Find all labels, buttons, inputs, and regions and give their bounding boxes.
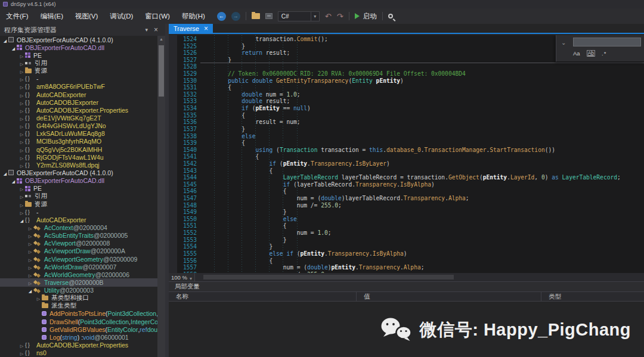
tab-close-icon[interactable]	[204, 25, 208, 32]
expander-icon[interactable]	[18, 99, 25, 106]
tree-scrollbar-thumb[interactable]	[159, 45, 164, 97]
expander-icon[interactable]	[18, 91, 25, 98]
tree-row[interactable]: AcViewport @02000008	[0, 240, 157, 247]
expander-icon[interactable]	[27, 232, 33, 239]
navigate-back-button[interactable]	[217, 12, 226, 21]
menu-item[interactable]: 视图(V)	[69, 10, 104, 23]
tree-row[interactable]: AutoCADOBJExporter.Properties	[0, 341, 157, 349]
tree-row[interactable]: AddPointsToPtsLine(Point3dCollection,	[0, 310, 157, 318]
expander-icon[interactable]	[18, 342, 25, 349]
expander-icon[interactable]	[2, 36, 8, 44]
menu-item[interactable]: 帮助(H)	[176, 10, 211, 23]
tree-row[interactable]: -	[0, 208, 157, 216]
undo-button[interactable]	[325, 11, 332, 21]
open-file-button[interactable]	[252, 13, 260, 19]
horizontal-scrollbar[interactable]	[194, 273, 644, 281]
horizontal-scrollbar-thumb[interactable]	[203, 275, 454, 280]
tree-row[interactable]: -	[0, 75, 157, 83]
tree-scrollbar[interactable]	[157, 36, 165, 357]
locals-table-body[interactable]: 微信号: Happy_PigChang	[169, 302, 644, 357]
expander-icon[interactable]	[10, 44, 17, 51]
chevron-down-icon[interactable]	[311, 12, 319, 21]
regex-icon[interactable]: .*	[602, 51, 606, 57]
expander-icon[interactable]	[35, 294, 42, 302]
assembly-tree[interactable]: OBJExporterForAutoCAD (4.1.0.0)OBJExport…	[0, 36, 157, 357]
tree-row[interactable]: am8A8OGF6riPUEbTwF	[0, 83, 157, 91]
tree-row[interactable]: Utility @02000003	[0, 287, 157, 294]
expander-icon[interactable]	[27, 287, 33, 294]
expander-icon[interactable]	[18, 162, 25, 169]
tree-row[interactable]: ns0	[0, 349, 157, 357]
expander-icon[interactable]	[18, 185, 25, 192]
locals-column-header[interactable]: 名称	[169, 292, 357, 301]
tree-row[interactable]: Y2rmZLS08Ws8fLdpqj	[0, 161, 157, 169]
title-bar[interactable]: dnSpy v4.5.1 (x64)	[0, 0, 644, 8]
expander-icon[interactable]	[27, 279, 33, 286]
expander-icon[interactable]	[18, 154, 25, 161]
expander-icon[interactable]	[18, 83, 25, 90]
tree-row[interactable]: AutoCADExporter	[0, 91, 157, 98]
start-debugging-button[interactable]: 启动	[355, 12, 377, 21]
tree-row[interactable]: AcViewportGeometry @02000009	[0, 255, 157, 263]
tree-row[interactable]: LxkSADrLuWuMEAq8g8	[0, 130, 157, 138]
menu-item[interactable]: 窗口(W)	[139, 10, 176, 23]
expander-icon[interactable]	[18, 138, 25, 145]
language-selector[interactable]: C#	[278, 11, 320, 21]
expander-icon[interactable]	[18, 60, 25, 67]
menu-item[interactable]: 调试(D)	[104, 10, 139, 23]
expander-icon[interactable]	[18, 114, 25, 122]
tree-row[interactable]: MClBus3ghfyrhRAqMO	[0, 138, 157, 145]
tree-row[interactable]: qQ5gVvj5c2B0KAlMHH	[0, 145, 157, 153]
expander-icon[interactable]	[18, 67, 25, 74]
tree-row[interactable]: AcContext @02000004	[0, 223, 157, 231]
tree-row[interactable]: 资源	[0, 67, 157, 75]
expander-icon[interactable]	[27, 247, 33, 254]
expander-icon[interactable]	[27, 271, 33, 278]
navigate-forward-button[interactable]	[231, 12, 240, 21]
menu-item[interactable]: 编辑(E)	[35, 10, 69, 23]
tree-row[interactable]: AutoCADOBJExporter	[0, 98, 157, 106]
whole-word-icon[interactable]: Ab	[587, 50, 595, 57]
tree-row[interactable]: OBJExporterForAutoCAD (4.1.0.0)	[0, 36, 157, 44]
expander-icon[interactable]	[27, 263, 33, 271]
code-editor[interactable]: 1524 transaction.Commit();1525 }1526 ret…	[169, 35, 644, 273]
panel-close-icon[interactable]	[151, 26, 161, 34]
expander-icon[interactable]	[18, 122, 25, 129]
expander-icon[interactable]	[18, 75, 25, 82]
tree-row[interactable]: 派生类型	[0, 302, 157, 310]
scroll-up-icon[interactable]	[157, 37, 165, 41]
menu-item[interactable]: 文件(F)	[0, 10, 35, 23]
locals-column-header[interactable]: 值	[357, 292, 541, 301]
tree-row[interactable]: 基类型和接口	[0, 294, 157, 302]
tree-row[interactable]: RjGODjFTsV4awL1W4u	[0, 153, 157, 161]
tree-row[interactable]: PE	[0, 51, 157, 59]
expander-icon[interactable]	[18, 193, 25, 200]
tree-row[interactable]: Traverse @0200000B	[0, 278, 157, 286]
tree-row[interactable]: 资源	[0, 200, 157, 208]
tree-row[interactable]: AutoCADOBJExporter.Properties	[0, 106, 157, 114]
tab-traverse[interactable]: Traverse	[169, 24, 213, 33]
tree-row[interactable]: G4t4vGHSWvLdUgYJNo	[0, 122, 157, 130]
tree-row[interactable]: OBJExporterForAutoCAD.dll	[0, 44, 157, 51]
expander-icon[interactable]	[27, 224, 33, 231]
tree-row[interactable]: AcSubEntityTraits @02000005	[0, 232, 157, 240]
expander-icon[interactable]	[10, 177, 17, 184]
panel-menu-icon[interactable]	[142, 27, 151, 33]
tree-row[interactable]: AutoCADExporter	[0, 216, 157, 223]
expander-icon[interactable]	[18, 146, 25, 153]
tree-row[interactable]: 引用	[0, 59, 157, 67]
save-all-button[interactable]	[265, 13, 273, 19]
expander-icon[interactable]	[18, 209, 25, 216]
tree-row[interactable]: DrawShell(Point3dCollection, IntegerCo	[0, 318, 157, 325]
tree-row[interactable]: GetValidRGBValues(EntityColor, ref dou	[0, 325, 157, 333]
expander-icon[interactable]	[27, 240, 33, 247]
tree-row[interactable]: AcWorldDraw @02000007	[0, 263, 157, 271]
locals-column-header[interactable]: 类型	[541, 292, 644, 301]
chevron-down-icon[interactable]	[561, 36, 566, 47]
expander-icon[interactable]	[18, 349, 25, 356]
redo-button[interactable]	[337, 11, 343, 21]
expander-icon[interactable]	[18, 52, 25, 59]
expander-icon[interactable]	[18, 201, 25, 208]
tree-row[interactable]: OBJExporterForAutoCAD.dll	[0, 177, 157, 185]
tree-row[interactable]: OBJExporterForAutoCAD (4.1.0.0)	[0, 169, 157, 176]
